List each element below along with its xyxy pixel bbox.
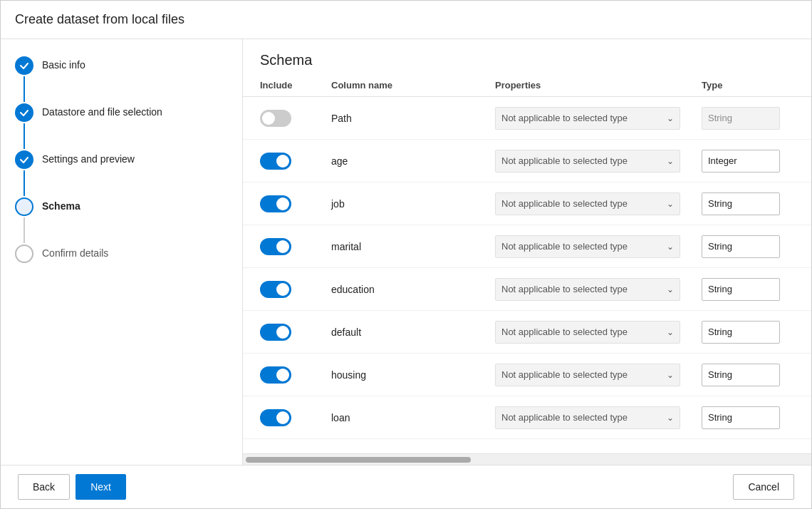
dialog-title: Create dataset from local files [15, 12, 797, 27]
table-row: PathNot applicable to selected type⌄ [243, 97, 811, 140]
column-name-Path: Path [331, 113, 495, 124]
connector-3 [24, 170, 25, 196]
step-circle-schema [15, 197, 33, 216]
dialog-footer: Back Next Cancel [1, 465, 811, 508]
column-name-marital: marital [331, 241, 495, 252]
step-label-schema: Schema [42, 197, 80, 212]
properties-select-housing[interactable]: Not applicable to selected type⌄ [495, 364, 680, 386]
properties-select-marital[interactable]: Not applicable to selected type⌄ [495, 235, 680, 258]
type-input-education[interactable] [702, 278, 780, 301]
table-row: educationNot applicable to selected type… [243, 268, 811, 311]
properties-select-Path[interactable]: Not applicable to selected type⌄ [495, 107, 680, 130]
step-circle-settings [15, 150, 33, 169]
back-button[interactable]: Back [18, 474, 70, 500]
step-settings: Settings and preview [15, 150, 228, 197]
column-name-default: default [331, 327, 495, 338]
table-body: PathNot applicable to selected type⌄ageN… [243, 97, 811, 453]
table-row: housingNot applicable to selected type⌄ [243, 354, 811, 396]
table-row: ageNot applicable to selected type⌄ [243, 140, 811, 182]
dialog-body: Basic info Datastore and file selection [1, 39, 811, 465]
check-icon [19, 61, 29, 71]
column-name-job: job [331, 198, 495, 210]
scrollbar-thumb[interactable] [246, 457, 471, 463]
type-input-default[interactable] [702, 321, 780, 344]
cancel-button[interactable]: Cancel [733, 474, 794, 500]
connector-2 [24, 123, 25, 149]
toggle-include-marital[interactable] [260, 238, 291, 255]
col-type: Type [702, 80, 794, 91]
next-button[interactable]: Next [76, 474, 126, 500]
type-input-housing[interactable] [702, 364, 780, 386]
connector-1 [24, 76, 25, 102]
create-dataset-dialog: Create dataset from local files Basic in… [0, 0, 812, 509]
properties-select-loan[interactable]: Not applicable to selected type⌄ [495, 406, 680, 429]
properties-select-job[interactable]: Not applicable to selected type⌄ [495, 192, 680, 215]
step-confirm: Confirm details [15, 245, 228, 263]
toggle-include-education[interactable] [260, 281, 291, 298]
col-include: Include [260, 80, 331, 91]
table-row: jobNot applicable to selected type⌄ [243, 182, 811, 225]
table-row: maritalNot applicable to selected type⌄ [243, 225, 811, 268]
schema-header: Schema [243, 39, 811, 74]
step-label-datastore: Datastore and file selection [42, 103, 162, 118]
step-label-settings: Settings and preview [42, 150, 135, 165]
step-schema: Schema [15, 197, 228, 245]
toggle-include-age[interactable] [260, 153, 291, 170]
type-input-marital[interactable] [702, 235, 780, 258]
column-name-education: education [331, 284, 495, 295]
steps-sidebar: Basic info Datastore and file selection [1, 39, 243, 465]
check-icon [19, 108, 29, 118]
toggle-include-Path[interactable] [260, 110, 291, 127]
check-icon [19, 155, 29, 165]
step-circle-confirm [15, 245, 33, 263]
properties-select-default[interactable]: Not applicable to selected type⌄ [495, 321, 680, 344]
step-basic-info: Basic info [15, 56, 228, 103]
table-header: Include Column name Properties Type [243, 74, 811, 97]
toggle-include-default[interactable] [260, 324, 291, 341]
col-column-name: Column name [331, 80, 495, 91]
type-input-age[interactable] [702, 150, 780, 173]
type-input-Path [702, 107, 780, 130]
col-properties: Properties [495, 80, 702, 91]
type-input-loan[interactable] [702, 406, 780, 429]
properties-select-age[interactable]: Not applicable to selected type⌄ [495, 150, 680, 173]
column-name-age: age [331, 155, 495, 167]
step-circle-datastore [15, 103, 33, 122]
table-row: defaultNot applicable to selected type⌄ [243, 311, 811, 354]
horizontal-scrollbar[interactable] [243, 453, 811, 465]
properties-select-education[interactable]: Not applicable to selected type⌄ [495, 278, 680, 301]
step-datastore: Datastore and file selection [15, 103, 228, 150]
footer-left-buttons: Back Next [18, 474, 126, 500]
main-content: Schema Include Column name Properties Ty… [243, 39, 811, 465]
step-label-basic-info: Basic info [42, 56, 85, 71]
toggle-include-job[interactable] [260, 195, 291, 212]
toggle-include-housing[interactable] [260, 366, 291, 384]
dialog-header: Create dataset from local files [1, 1, 811, 39]
column-name-housing: housing [331, 369, 495, 381]
step-label-confirm: Confirm details [42, 245, 108, 259]
type-input-job[interactable] [702, 192, 780, 215]
table-row: loanNot applicable to selected type⌄ [243, 396, 811, 439]
column-name-loan: loan [331, 412, 495, 423]
toggle-include-loan[interactable] [260, 409, 291, 426]
step-circle-basic-info [15, 56, 33, 75]
connector-4 [24, 217, 25, 243]
schema-title: Schema [260, 52, 794, 68]
